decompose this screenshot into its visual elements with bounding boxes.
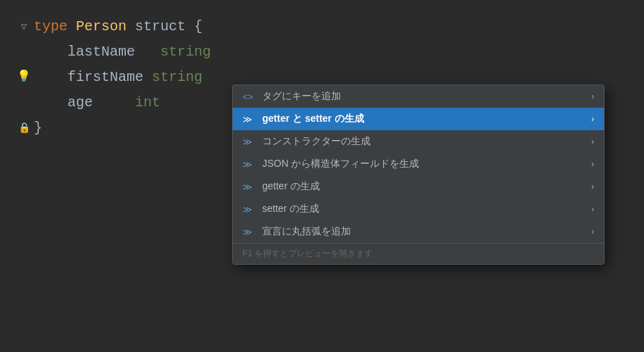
chevron-icon-7: › [591, 227, 594, 237]
refactor-icon-7: ≫ [243, 227, 258, 237]
footer-text: F1 を押すとプレビューを開きます [243, 249, 373, 258]
menu-label-1: タグにキーを追加 [262, 90, 591, 103]
chevron-icon-4: › [591, 159, 594, 169]
keyword-struct: struct { [127, 15, 202, 38]
gutter-5: 🔒 [14, 120, 34, 136]
refactor-icon-5: ≫ [243, 182, 258, 192]
lock-icon: 🔒 [18, 120, 30, 136]
refactor-icon-3: ≫ [243, 137, 258, 147]
chevron-icon-1: › [591, 92, 594, 101]
menu-item-tag-key[interactable]: <> タグにキーを追加 › [233, 85, 604, 108]
menu-label-6: setter の生成 [262, 203, 591, 215]
tag-icon: <> [243, 92, 258, 102]
chevron-icon-5: › [591, 182, 594, 191]
code-line-2: lastName string [0, 39, 644, 65]
menu-label-2: getter と setter の生成 [262, 113, 591, 125]
menu-footer: F1 を押すとプレビューを開きます [233, 243, 604, 264]
menu-item-setter[interactable]: ≫ setter の生成 › [233, 198, 604, 220]
menu-label-4: JSON から構造体フィールドを生成 [262, 158, 591, 170]
refactor-icon-6: ≫ [243, 204, 258, 215]
type-string-2: string [152, 66, 202, 89]
context-menu: <> タグにキーを追加 › ≫ getter と setter の生成 › ≫ … [232, 84, 605, 265]
bulb-icon[interactable]: 💡 [17, 68, 31, 87]
menu-item-json-fields[interactable]: ≫ JSON から構造体フィールドを生成 › [233, 153, 604, 175]
collapse-icon[interactable]: ▽ [21, 19, 27, 34]
chevron-icon-2: › [591, 114, 594, 124]
field-firstname: firstName [34, 66, 143, 89]
closing-brace: } [34, 117, 42, 139]
code-line-1: ▽ type Person struct { [0, 14, 644, 39]
menu-item-getter-setter[interactable]: ≫ getter と setter の生成 › [233, 108, 604, 130]
gutter-1: ▽ [14, 19, 34, 34]
menu-label-3: コンストラクターの生成 [262, 135, 591, 148]
type-int: int [135, 92, 160, 114]
refactor-icon-4: ≫ [243, 159, 258, 170]
gutter-3: 💡 [14, 68, 34, 87]
refactor-icon-2: ≫ [243, 114, 258, 125]
chevron-icon-3: › [591, 137, 594, 146]
menu-item-constructor[interactable]: ≫ コンストラクターの生成 › [233, 130, 604, 153]
menu-label-7: 宣言に丸括弧を追加 [262, 225, 591, 238]
menu-label-5: getter の生成 [262, 180, 591, 193]
field-lastname: lastName [34, 41, 135, 63]
chevron-icon-6: › [591, 204, 594, 214]
menu-item-add-parens[interactable]: ≫ 宣言に丸括弧を追加 › [233, 220, 604, 243]
type-string-1: string [160, 41, 211, 63]
menu-item-getter[interactable]: ≫ getter の生成 › [233, 175, 604, 198]
field-age: age [34, 92, 93, 114]
struct-name: Person [76, 15, 127, 38]
keyword-type: type [34, 15, 67, 38]
